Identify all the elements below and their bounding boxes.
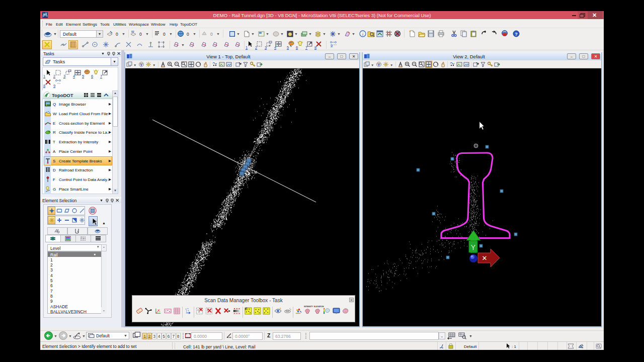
svg-text:i: i xyxy=(362,32,364,37)
svg-text:9: 9 xyxy=(331,43,333,48)
svg-text:Y: Y xyxy=(471,243,476,251)
svg-text:✕: ✕ xyxy=(482,254,488,262)
svg-text:?: ? xyxy=(515,31,518,37)
